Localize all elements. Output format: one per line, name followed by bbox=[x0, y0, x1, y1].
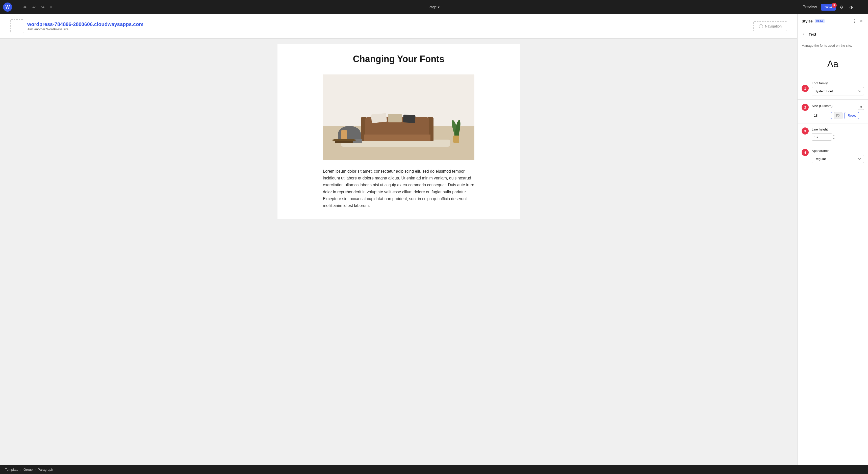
site-header: wordpress-784896-2800606.cloudwaysapps.c… bbox=[0, 14, 797, 39]
font-preview: Aa bbox=[798, 51, 868, 77]
toolbar-center: Page ▾ bbox=[429, 5, 439, 9]
breadcrumb-template[interactable]: Template bbox=[5, 468, 19, 472]
line-height-wrap: ▲ ▼ bbox=[812, 133, 864, 140]
line-height-input[interactable] bbox=[812, 133, 832, 140]
size-section: 2 Size (Custom) ⇔ PX Reset bbox=[798, 100, 868, 123]
right-panel: Styles Beta ⋮ ✕ ← Text Manage the fonts … bbox=[797, 14, 868, 465]
navigation-label: Navigation bbox=[765, 24, 782, 28]
appearance-label: Appearance bbox=[812, 149, 864, 153]
nav-circle-icon bbox=[759, 24, 763, 28]
spinner-buttons: ▲ ▼ bbox=[832, 134, 836, 140]
undo-icon: ↩ bbox=[32, 5, 36, 9]
page-selector[interactable]: Page ▾ bbox=[429, 5, 439, 9]
step-badge-3: 3 bbox=[802, 127, 809, 134]
beta-badge: Beta bbox=[815, 19, 824, 23]
font-family-section: 1 Font family System Font bbox=[798, 77, 868, 100]
toolbar-right: Preview Save 5 ⚙ ◑ ⋮ bbox=[801, 3, 865, 11]
back-icon: ← bbox=[802, 32, 806, 36]
step-badge-1: 1 bbox=[802, 85, 809, 92]
editor-area: wordpress-784896-2800606.cloudwaysapps.c… bbox=[0, 14, 797, 465]
panel-more-button[interactable]: ⋮ bbox=[851, 18, 858, 25]
size-unit-toggle[interactable]: ⇔ bbox=[858, 104, 864, 110]
panel-header-actions: ⋮ ✕ bbox=[851, 18, 864, 25]
page-content: Changing Your Fonts bbox=[277, 44, 520, 219]
breadcrumb-group[interactable]: Group bbox=[24, 468, 33, 472]
sub-panel-title: Text bbox=[809, 32, 816, 36]
wp-logo[interactable]: W bbox=[3, 2, 12, 11]
unit-label: PX bbox=[834, 112, 842, 119]
chevron-down-icon: ▾ bbox=[438, 5, 439, 9]
step-badge-2: 2 bbox=[802, 104, 809, 111]
undo-button[interactable]: ↩ bbox=[30, 3, 38, 11]
panel-title: Styles bbox=[802, 19, 813, 23]
font-family-label: Font family bbox=[812, 81, 864, 85]
close-icon: ✕ bbox=[860, 19, 863, 23]
panel-sub-header: ← Text bbox=[798, 28, 868, 40]
back-button[interactable]: ← bbox=[802, 31, 807, 37]
side-table bbox=[335, 141, 353, 143]
list-icon: ≡ bbox=[50, 5, 52, 9]
redo-button[interactable]: ↪ bbox=[39, 3, 46, 11]
save-badge: 5 bbox=[832, 3, 837, 8]
preview-button[interactable]: Preview bbox=[801, 3, 819, 11]
edit-button[interactable]: ✏ bbox=[22, 3, 29, 11]
page-title: Changing Your Fonts bbox=[287, 54, 510, 64]
more-icon: ⋮ bbox=[859, 5, 863, 9]
breadcrumb-sep-2: › bbox=[35, 468, 36, 472]
breadcrumb-paragraph[interactable]: Paragraph bbox=[38, 468, 53, 472]
font-family-select[interactable]: System Font bbox=[812, 87, 864, 95]
site-branding: wordpress-784896-2800606.cloudwaysapps.c… bbox=[10, 19, 144, 33]
contrast-icon: ◑ bbox=[849, 5, 853, 9]
pillow3 bbox=[403, 115, 415, 123]
breadcrumb-sep-1: › bbox=[21, 468, 22, 472]
redo-icon: ↪ bbox=[41, 5, 44, 9]
line-height-section: 3 Line height ▲ ▼ bbox=[798, 123, 868, 145]
appearance-select[interactable]: Regular bbox=[812, 155, 864, 163]
vase bbox=[341, 130, 347, 139]
contrast-button[interactable]: ◑ bbox=[847, 3, 855, 11]
panel-title-row: Styles Beta bbox=[802, 19, 825, 23]
add-icon: + bbox=[16, 5, 18, 9]
panel-more-icon: ⋮ bbox=[852, 19, 857, 23]
step-badge-4: 4 bbox=[802, 149, 809, 156]
edit-icon: ✏ bbox=[24, 5, 27, 9]
settings-button[interactable]: ⚙ bbox=[838, 3, 845, 11]
sofa-seat bbox=[364, 134, 431, 141]
breadcrumb-bar: Template › Group › Paragraph bbox=[0, 465, 868, 474]
size-label: Size (Custom) bbox=[812, 104, 832, 108]
panel-close-button[interactable]: ✕ bbox=[859, 18, 864, 25]
font-preview-text: Aa bbox=[827, 59, 838, 69]
featured-image bbox=[323, 74, 474, 160]
navigation-block[interactable]: Navigation bbox=[753, 21, 787, 31]
size-icon: ⇔ bbox=[860, 105, 863, 109]
pillow2 bbox=[388, 114, 402, 122]
site-url[interactable]: wordpress-784896-2800606.cloudwaysapps.c… bbox=[27, 22, 144, 27]
save-label: Save bbox=[825, 5, 832, 9]
reset-button[interactable]: Reset bbox=[844, 112, 859, 119]
site-info: wordpress-784896-2800606.cloudwaysapps.c… bbox=[27, 22, 144, 31]
body-text: Lorem ipsum dolor sit amet, consectetur … bbox=[323, 168, 474, 209]
toolbar-left: W + ✏ ↩ ↪ ≡ bbox=[3, 2, 55, 11]
plant-right bbox=[450, 113, 462, 143]
site-tagline: Just another WordPress site bbox=[27, 27, 144, 31]
settings-icon: ⚙ bbox=[840, 5, 843, 9]
add-block-button[interactable]: + bbox=[13, 3, 20, 11]
room-scene bbox=[323, 74, 474, 160]
wp-logo-text: W bbox=[5, 4, 10, 10]
line-height-label: Line height bbox=[812, 127, 864, 131]
toolbar: W + ✏ ↩ ↪ ≡ Page ▾ Preview Save bbox=[0, 0, 868, 14]
list-view-button[interactable]: ≡ bbox=[48, 3, 54, 11]
size-row: PX Reset bbox=[812, 112, 864, 119]
pillow1 bbox=[371, 113, 387, 123]
save-button-wrap: Save 5 bbox=[821, 4, 836, 10]
spinner-up[interactable]: ▲ bbox=[832, 134, 836, 137]
site-logo bbox=[10, 19, 24, 33]
panel-description: Manage the fonts used on the site. bbox=[798, 40, 868, 51]
plant-pot bbox=[453, 135, 459, 143]
spinner-down[interactable]: ▼ bbox=[832, 137, 836, 140]
size-input[interactable] bbox=[812, 112, 832, 119]
preview-label: Preview bbox=[803, 5, 817, 9]
more-options-button[interactable]: ⋮ bbox=[857, 3, 865, 11]
appearance-section: 4 Appearance Regular bbox=[798, 145, 868, 167]
page-label-text: Page bbox=[429, 5, 437, 9]
